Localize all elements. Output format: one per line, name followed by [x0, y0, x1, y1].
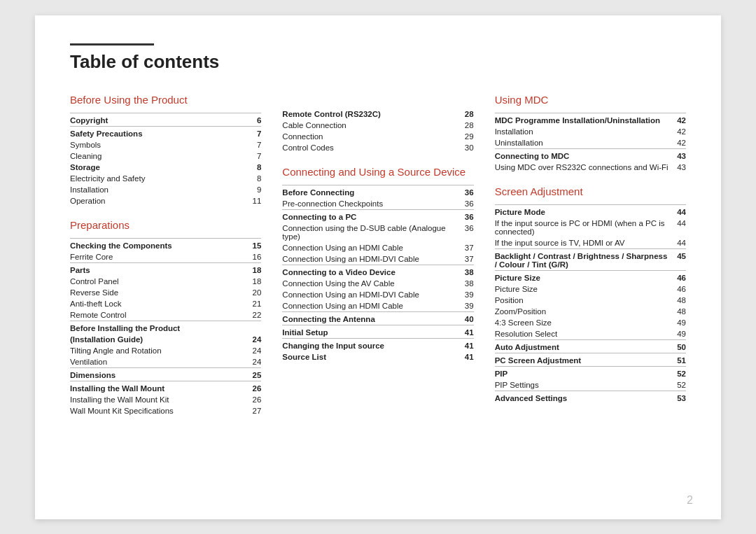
- table-row: Connecting to MDC43: [495, 148, 686, 162]
- row-label: Before Connecting: [282, 185, 456, 198]
- row-label: Anti-theft Lock: [70, 298, 244, 309]
- screen-table: Picture Mode44If the input source is PC …: [495, 204, 686, 404]
- row-page: 52: [669, 379, 686, 391]
- column-3: Using MDC MDC Programme Installation/Uni…: [495, 94, 686, 429]
- row-page: 52: [669, 366, 686, 379]
- row-label: Installation: [70, 184, 244, 195]
- toc-columns: Before Using the Product Copyright6Safet…: [70, 94, 686, 429]
- row-page: 26: [244, 394, 261, 405]
- table-row: Copyright6: [70, 113, 261, 126]
- row-label: Control Panel: [70, 276, 244, 287]
- row-page: 24: [244, 345, 261, 356]
- row-page: 36: [457, 209, 474, 223]
- table-row: Installation42: [495, 126, 686, 137]
- table-row: Checking the Components15: [70, 238, 261, 251]
- row-page: 41: [457, 338, 474, 351]
- table-row: Connection29: [282, 131, 473, 142]
- preparations-section: Preparations Checking the Components15Fe…: [70, 219, 261, 416]
- row-label: Picture Size: [495, 270, 669, 283]
- connecting-heading: Connecting and Using a Source Device: [282, 166, 473, 178]
- row-page: 41: [457, 325, 474, 338]
- row-label: Cleaning: [70, 150, 244, 162]
- row-page: 15: [244, 238, 261, 251]
- row-page: 42: [669, 137, 686, 149]
- row-page: 43: [669, 148, 686, 162]
- row-label: Connecting to a Video Device: [282, 265, 456, 278]
- row-label: Pre-connection Checkpoints: [282, 198, 456, 210]
- row-page: 7: [244, 150, 261, 162]
- table-row: Control Panel18: [70, 276, 261, 287]
- row-label: Backlight / Contrast / Brightness / Shar…: [495, 248, 669, 270]
- table-row: Advanced Settings53: [495, 391, 686, 404]
- row-label: Parts: [70, 262, 244, 276]
- row-page: 24: [244, 334, 261, 345]
- row-label: PIP Settings: [495, 379, 669, 391]
- row-page: 9: [244, 184, 261, 195]
- row-label: If the input source is PC or HDMI (when …: [495, 218, 669, 237]
- column-2: Remote Control (RS232C)28Cable Connectio…: [282, 94, 494, 429]
- row-label: Picture Mode: [495, 204, 669, 218]
- row-label: PC Screen Adjustment: [495, 353, 669, 366]
- table-row: Symbols7: [70, 139, 261, 150]
- row-label: Picture Size: [495, 283, 669, 295]
- row-label: Storage: [70, 162, 244, 173]
- row-page: 36: [457, 223, 474, 242]
- table-row: Installing the Wall Mount26: [70, 381, 261, 394]
- row-label: Connection Using an HDMI-DVI Cable: [282, 253, 456, 265]
- row-page: 46: [669, 283, 686, 295]
- row-page: 46: [669, 270, 686, 283]
- preparations-table: Checking the Components15Ferrite Core16P…: [70, 238, 261, 416]
- row-page: 53: [669, 391, 686, 404]
- table-row: Before Connecting36: [282, 185, 473, 198]
- row-page: 48: [669, 306, 686, 317]
- row-page: 21: [244, 298, 261, 309]
- row-label: 4:3 Screen Size: [495, 317, 669, 328]
- table-row: Parts18: [70, 262, 261, 276]
- row-page: 44: [669, 237, 686, 249]
- row-label: Connecting the Antenna: [282, 311, 456, 325]
- row-label: Position: [495, 295, 669, 306]
- table-row: Source List41: [282, 351, 473, 363]
- table-row: Tilting Angle and Rotation24: [70, 345, 261, 356]
- table-row: Picture Mode44: [495, 204, 686, 218]
- row-label: Reverse Side: [70, 287, 244, 298]
- row-page: 18: [244, 262, 261, 276]
- row-label: Zoom/Position: [495, 306, 669, 317]
- screen-section: Screen Adjustment Picture Mode44If the i…: [495, 185, 686, 404]
- table-row: Ventilation24: [70, 356, 261, 368]
- table-row: PC Screen Adjustment51: [495, 353, 686, 366]
- row-page: 49: [669, 328, 686, 340]
- row-label: Ventilation: [70, 356, 244, 368]
- table-row: If the input source is TV, HDMI or AV44: [495, 237, 686, 249]
- table-row: Cable Connection28: [282, 120, 473, 131]
- table-row: Cleaning7: [70, 150, 261, 162]
- table-row: Ferrite Core16: [70, 251, 261, 263]
- remote-heading: [282, 94, 473, 106]
- row-label: Connecting to a PC: [282, 209, 456, 223]
- row-label: Tilting Angle and Rotation: [70, 345, 244, 356]
- row-page: 18: [244, 276, 261, 287]
- row-label: Wall Mount Kit Specifications: [70, 405, 244, 416]
- row-label: Changing the Input source: [282, 338, 456, 351]
- table-row: Using MDC over RS232C connections and Wi…: [495, 162, 686, 173]
- table-row: Auto Adjustment50: [495, 339, 686, 353]
- table-row: Anti-theft Lock21: [70, 298, 261, 309]
- row-page: 29: [457, 131, 474, 142]
- table-row: Installation9: [70, 184, 261, 195]
- row-page: 38: [457, 278, 474, 289]
- table-row: Changing the Input source41: [282, 338, 473, 351]
- table-row: Resolution Select49: [495, 328, 686, 340]
- table-row: Operation11: [70, 195, 261, 206]
- row-label: Advanced Settings: [495, 391, 669, 404]
- row-page: 28: [457, 120, 474, 131]
- row-page: 36: [457, 185, 474, 198]
- row-label: Cable Connection: [282, 120, 456, 131]
- row-label: Checking the Components: [70, 238, 244, 251]
- row-label: Connection Using an HDMI-DVI Cable: [282, 289, 456, 300]
- row-label: PIP: [495, 366, 669, 379]
- row-page: 8: [244, 173, 261, 184]
- page: Table of contents Before Using the Produ…: [35, 15, 721, 519]
- table-row: Connection Using an HDMI Cable37: [282, 242, 473, 253]
- table-row: Storage8: [70, 162, 261, 173]
- table-row: Connection Using the AV Cable38: [282, 278, 473, 289]
